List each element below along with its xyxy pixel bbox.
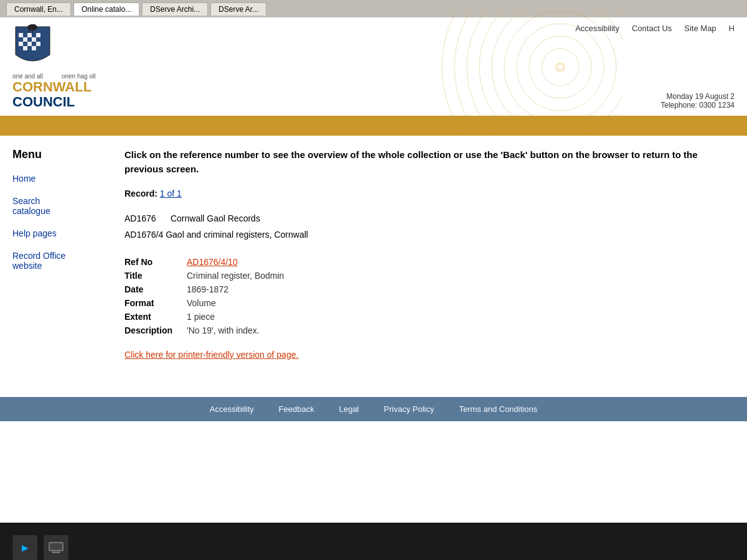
svg-rect-14 <box>23 37 27 42</box>
label-format: Format <box>125 296 187 310</box>
value-format: Volume <box>187 296 289 310</box>
tab-dserve1[interactable]: DServe Archi... <box>142 2 208 16</box>
table-row-format: Format Volume <box>125 296 289 310</box>
printer-link[interactable]: Click here for printer-friendly version … <box>125 350 735 360</box>
page-footer: Accessibility Feedback Legal Privacy Pol… <box>0 397 747 421</box>
record-line: Record: 1 of 1 <box>125 189 735 198</box>
sidebar-nav: Home Searchcatalogue Help pages Record O… <box>12 174 112 271</box>
search-catalogue-link[interactable]: Searchcatalogue <box>12 196 50 216</box>
svg-rect-11 <box>19 33 23 37</box>
svg-rect-13 <box>36 33 40 37</box>
table-row-refno: Ref No AD1676/4/10 <box>125 255 289 269</box>
collection-line2: AD1676/4 Gaol and criminal registers, Co… <box>125 227 735 243</box>
record-value-link[interactable]: 1 of 1 <box>160 189 182 198</box>
help-link[interactable]: H <box>729 24 735 33</box>
value-extent: 1 piece <box>187 310 289 324</box>
svg-rect-19 <box>23 46 27 50</box>
label-refno: Ref No <box>125 255 187 269</box>
label-extent: Extent <box>125 310 187 324</box>
footer-legal[interactable]: Legal <box>339 404 359 414</box>
contact-link[interactable]: Contact Us <box>632 24 672 33</box>
sidebar-title: Menu <box>12 148 112 161</box>
sidebar-item-home[interactable]: Home <box>12 174 112 184</box>
sidebar-item-record-office[interactable]: Record Officewebsite <box>12 251 112 271</box>
accessibility-link[interactable]: Accessibility <box>575 24 619 33</box>
record-label: Record: <box>125 189 157 198</box>
label-title: Title <box>125 269 187 282</box>
main-content: Click on the reference number to see the… <box>125 148 735 359</box>
record-value: 1 of 1 <box>160 189 182 198</box>
value-refno[interactable]: AD1676/4/10 <box>187 255 289 269</box>
footer-terms[interactable]: Terms and Conditions <box>459 404 537 414</box>
svg-point-22 <box>32 24 36 28</box>
phone-text: Telephone: 0300 1234 <box>660 101 735 110</box>
table-row-title: Title Criminal register, Bodmin <box>125 269 289 282</box>
svg-point-21 <box>27 24 37 30</box>
collection-name2: Gaol and criminal registers, Cornwall <box>166 230 308 240</box>
sidebar-item-help[interactable]: Help pages <box>12 228 112 238</box>
table-row-description: Description 'No 19', with index. <box>125 324 289 337</box>
record-office-link[interactable]: Record Officewebsite <box>12 251 65 271</box>
svg-rect-17 <box>27 42 32 46</box>
collection-ref2: AD1676/4 <box>125 230 163 240</box>
instruction-text: Click on the reference number to see the… <box>125 148 735 176</box>
sitemap-link[interactable]: Site Map <box>684 24 716 33</box>
collection-line1: AD1676 Cornwall Gaol Records <box>125 211 735 226</box>
date-text: Monday 19 August 2 <box>660 92 735 101</box>
header-info: Monday 19 August 2 Telephone: 0300 1234 <box>660 92 735 110</box>
cornwall-shield <box>12 24 53 70</box>
screen-icon[interactable] <box>44 535 68 560</box>
collection-info: AD1676 Cornwall Gaol Records AD1676/4 Ga… <box>125 211 735 242</box>
label-date: Date <box>125 282 187 296</box>
svg-rect-20 <box>32 46 36 50</box>
taskbar: ▶ <box>0 523 747 560</box>
value-description: 'No 19', with index. <box>187 324 289 337</box>
header-top: one and all onen hag oll CORNWALL COUNCI… <box>0 17 747 116</box>
home-link[interactable]: Home <box>12 174 35 184</box>
footer-privacy[interactable]: Privacy Policy <box>384 404 435 414</box>
council-name: one and all onen hag oll CORNWALL COUNCI… <box>12 73 95 110</box>
value-title: Criminal register, Bodmin <box>187 269 289 282</box>
label-description: Description <box>125 324 187 337</box>
svg-rect-12 <box>27 33 32 37</box>
tab-cornwall[interactable]: Cornwall, En... <box>6 2 71 16</box>
sidebar: Menu Home Searchcatalogue Help pages Rec… <box>12 148 112 359</box>
svg-rect-25 <box>49 543 63 551</box>
sidebar-item-search[interactable]: Searchcatalogue <box>12 196 112 216</box>
content-area: Menu Home Searchcatalogue Help pages Rec… <box>0 136 747 371</box>
page-wrapper: Cornwall, En... Online catalo... DServe … <box>0 0 747 523</box>
detail-table: Ref No AD1676/4/10 Title Criminal regist… <box>125 255 289 337</box>
collection-name1: Cornwall Gaol Records <box>171 213 260 223</box>
council-text: COUNCIL <box>12 95 95 110</box>
tab-online-catalogue[interactable]: Online catalo... <box>73 2 139 16</box>
svg-point-10 <box>558 65 563 70</box>
header-nav: Accessibility Contact Us Site Map H <box>575 24 735 33</box>
svg-rect-15 <box>32 37 36 42</box>
tab-dserve2[interactable]: DServe Ar... <box>210 2 266 16</box>
collection-ref1: AD1676 <box>125 213 156 223</box>
table-row-date: Date 1869-1872 <box>125 282 289 296</box>
svg-rect-18 <box>36 42 40 46</box>
footer-accessibility[interactable]: Accessibility <box>210 404 254 414</box>
help-pages-link[interactable]: Help pages <box>12 228 57 238</box>
logo-area: one and all onen hag oll CORNWALL COUNCI… <box>12 24 95 110</box>
cornwall-text: CORNWALL <box>12 80 95 95</box>
footer-feedback[interactable]: Feedback <box>279 404 314 414</box>
svg-rect-16 <box>19 42 23 46</box>
play-icon[interactable]: ▶ <box>12 535 37 560</box>
value-date: 1869-1872 <box>187 282 289 296</box>
refno-link[interactable]: AD1676/4/10 <box>187 257 238 267</box>
table-row-extent: Extent 1 piece <box>125 310 289 324</box>
site-header: one and all onen hag oll CORNWALL COUNCI… <box>0 17 747 136</box>
